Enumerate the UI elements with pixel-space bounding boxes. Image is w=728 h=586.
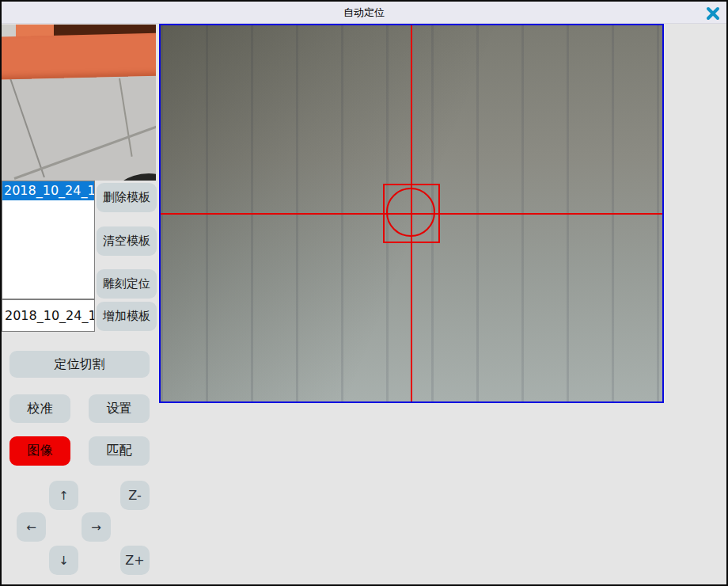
engrave-position-button[interactable]: 雕刻定位 [97, 269, 157, 299]
titlebar: 自动定位 [2, 2, 726, 24]
close-button[interactable] [704, 5, 722, 22]
camera-live-view[interactable] [159, 24, 664, 403]
window-title: 自动定位 [343, 6, 385, 20]
settings-button[interactable]: 设置 [89, 394, 150, 423]
delete-template-button[interactable]: 删除模板 [97, 183, 157, 212]
jog-up-button[interactable]: ↑ [49, 481, 78, 510]
template-list: 2018_10_24_11 [2, 181, 95, 299]
jog-z-minus-button[interactable]: Z- [120, 481, 150, 510]
jog-left-button[interactable]: ← [17, 512, 46, 542]
match-marker-circle [386, 188, 435, 237]
thumbnail-orange-beam [2, 32, 156, 79]
add-template-button[interactable]: 增加模板 [97, 302, 157, 331]
jog-down-button[interactable]: ↓ [49, 546, 78, 575]
template-name-input[interactable] [2, 299, 95, 332]
close-icon [706, 6, 720, 21]
clear-templates-button[interactable]: 清空模板 [97, 226, 157, 256]
match-button[interactable]: 匹配 [89, 436, 150, 466]
auto-positioning-dialog: 自动定位 2018_10_24_11 删除模板 清空模板 雕刻定位 增加模板 定… [0, 0, 728, 586]
template-list-item[interactable]: 2018_10_24_11 [2, 181, 94, 200]
image-button-active[interactable]: 图像 [9, 436, 70, 466]
position-cut-button[interactable]: 定位切割 [9, 351, 150, 378]
calibrate-button[interactable]: 校准 [9, 394, 70, 423]
thumbnail-tiles-region [2, 70, 156, 181]
jog-z-plus-button[interactable]: Z+ [120, 546, 150, 575]
template-thumbnail-image [2, 25, 156, 181]
jog-right-button[interactable]: → [82, 512, 111, 542]
